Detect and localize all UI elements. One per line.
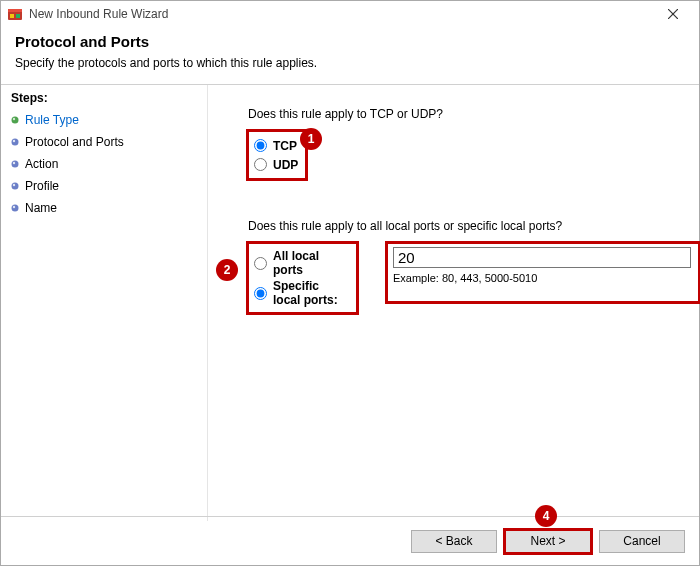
protocol-radio-group: TCP UDP bbox=[248, 131, 306, 179]
body: Steps: Rule Type Protocol and Ports Acti… bbox=[1, 84, 699, 521]
udp-label[interactable]: UDP bbox=[273, 158, 298, 172]
ports-question: Does this rule apply to all local ports … bbox=[248, 219, 699, 233]
step-label: Action bbox=[25, 157, 58, 171]
tcp-radio[interactable] bbox=[254, 139, 267, 152]
svg-point-9 bbox=[13, 140, 15, 142]
next-button[interactable]: Next > bbox=[505, 530, 591, 553]
svg-point-10 bbox=[12, 161, 19, 168]
close-button[interactable] bbox=[653, 1, 693, 27]
port-input-group: Example: 80, 443, 5000-5010 bbox=[387, 243, 699, 302]
svg-rect-3 bbox=[16, 14, 20, 18]
app-icon bbox=[7, 6, 23, 22]
step-profile[interactable]: Profile bbox=[11, 179, 197, 193]
step-bullet-icon bbox=[11, 182, 19, 190]
svg-point-6 bbox=[12, 117, 19, 124]
svg-point-14 bbox=[12, 205, 19, 212]
steps-label: Steps: bbox=[11, 91, 197, 105]
header: Protocol and Ports Specify the protocols… bbox=[1, 27, 699, 84]
window-title: New Inbound Rule Wizard bbox=[29, 7, 653, 21]
step-protocol-and-ports[interactable]: Protocol and Ports bbox=[11, 135, 197, 149]
annotation-callout-4: 4 bbox=[535, 505, 557, 527]
step-name[interactable]: Name bbox=[11, 201, 197, 215]
specific-ports-label[interactable]: Specific local ports: bbox=[273, 279, 349, 307]
steps-sidebar: Steps: Rule Type Protocol and Ports Acti… bbox=[1, 85, 208, 521]
protocol-question: Does this rule apply to TCP or UDP? bbox=[248, 107, 699, 121]
svg-point-12 bbox=[12, 183, 19, 190]
titlebar: New Inbound Rule Wizard bbox=[1, 1, 699, 27]
svg-rect-2 bbox=[10, 14, 14, 18]
step-rule-type[interactable]: Rule Type bbox=[11, 113, 197, 127]
port-input[interactable] bbox=[393, 247, 691, 268]
ports-radio-group: All local ports Specific local ports: bbox=[248, 243, 357, 313]
close-icon bbox=[668, 9, 678, 19]
udp-radio[interactable] bbox=[254, 158, 267, 171]
svg-point-11 bbox=[13, 162, 15, 164]
footer: < Back Next > Cancel 4 bbox=[1, 516, 699, 565]
tcp-label[interactable]: TCP bbox=[273, 139, 297, 153]
step-bullet-icon bbox=[11, 204, 19, 212]
svg-point-7 bbox=[13, 118, 15, 120]
step-label: Profile bbox=[25, 179, 59, 193]
step-label: Name bbox=[25, 201, 57, 215]
page-title: Protocol and Ports bbox=[15, 33, 685, 50]
step-bullet-icon bbox=[11, 138, 19, 146]
ports-section: Does this rule apply to all local ports … bbox=[248, 219, 699, 313]
svg-rect-1 bbox=[8, 9, 22, 12]
annotation-callout-1: 1 bbox=[300, 128, 322, 150]
all-ports-radio[interactable] bbox=[254, 257, 267, 270]
back-button[interactable]: < Back bbox=[411, 530, 497, 553]
step-action[interactable]: Action bbox=[11, 157, 197, 171]
page-subtitle: Specify the protocols and ports to which… bbox=[15, 56, 685, 70]
step-label: Protocol and Ports bbox=[25, 135, 124, 149]
main-content: Does this rule apply to TCP or UDP? TCP … bbox=[208, 85, 699, 521]
step-bullet-icon bbox=[11, 160, 19, 168]
port-example: Example: 80, 443, 5000-5010 bbox=[393, 272, 691, 284]
cancel-button[interactable]: Cancel bbox=[599, 530, 685, 553]
step-bullet-icon bbox=[11, 116, 19, 124]
svg-point-13 bbox=[13, 184, 15, 186]
svg-point-8 bbox=[12, 139, 19, 146]
all-ports-label[interactable]: All local ports bbox=[273, 249, 349, 277]
annotation-callout-2: 2 bbox=[216, 259, 238, 281]
wizard-window: New Inbound Rule Wizard Protocol and Por… bbox=[0, 0, 700, 566]
svg-point-15 bbox=[13, 206, 15, 208]
step-label: Rule Type bbox=[25, 113, 79, 127]
specific-ports-radio[interactable] bbox=[254, 287, 267, 300]
